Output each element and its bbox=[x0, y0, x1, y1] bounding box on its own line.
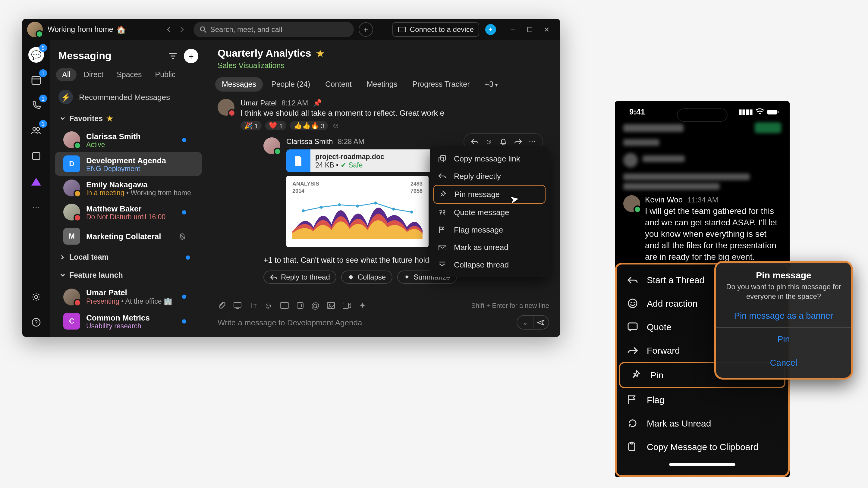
rail-calendar[interactable]: 1 bbox=[28, 72, 44, 89]
reply-thread-chip[interactable]: Reply to thread bbox=[264, 270, 337, 284]
tab-public[interactable]: Public bbox=[149, 68, 182, 82]
reply-icon bbox=[627, 275, 640, 284]
format-icon[interactable]: Tт bbox=[249, 301, 257, 310]
sidebar-item-development-agenda[interactable]: D Development AgendaENG Deployment bbox=[55, 152, 202, 176]
chevron-down-icon[interactable]: ⌄ bbox=[517, 316, 533, 329]
favorites-label: Favorites bbox=[69, 114, 103, 123]
channel-subtitle[interactable]: Sales Visualizations bbox=[218, 61, 549, 70]
author-avatar[interactable] bbox=[264, 137, 280, 154]
section-feature-launch[interactable]: Feature launch bbox=[50, 266, 207, 284]
svg-rect-24 bbox=[439, 245, 446, 250]
filter-icon[interactable] bbox=[166, 49, 180, 63]
tab-spaces[interactable]: Spaces bbox=[111, 68, 148, 82]
search-placeholder: Search, meet, and call bbox=[210, 25, 282, 34]
sidebar: Messaging + All Direct Spaces Public ⚡ R… bbox=[50, 40, 207, 337]
section-favorites[interactable]: Favorites ★ bbox=[50, 109, 207, 128]
svg-rect-17 bbox=[280, 302, 289, 308]
gif-icon[interactable] bbox=[280, 302, 289, 309]
tab-direct[interactable]: Direct bbox=[78, 68, 110, 82]
user-avatar[interactable] bbox=[27, 22, 43, 37]
sidebar-item-umar[interactable]: Umar PatelPresenting • At the office 🏢 bbox=[55, 284, 202, 309]
svg-text:?: ? bbox=[35, 319, 38, 325]
author-avatar[interactable] bbox=[218, 99, 235, 116]
tab-more[interactable]: +3▾ bbox=[478, 77, 504, 92]
ctx-unread[interactable]: Mark as unread bbox=[433, 238, 546, 256]
ctx-copy-link[interactable]: Copy message link bbox=[433, 150, 546, 167]
tab-progress[interactable]: Progress Tracker bbox=[406, 77, 476, 92]
svg-rect-1 bbox=[398, 27, 406, 32]
rail-settings[interactable] bbox=[28, 289, 44, 305]
unread-dot bbox=[182, 138, 186, 142]
image-icon[interactable] bbox=[327, 302, 336, 309]
rail-teams[interactable]: 1 bbox=[28, 122, 44, 139]
reaction[interactable]: 🎉1 bbox=[241, 121, 261, 130]
nav-back[interactable] bbox=[162, 23, 176, 36]
ctx-reply[interactable]: Reply directly bbox=[433, 167, 546, 185]
emoji-icon[interactable]: ☺ bbox=[264, 301, 273, 310]
tab-people[interactable]: People (24) bbox=[265, 77, 317, 92]
sidebar-item-marketing[interactable]: M Marketing Collateral bbox=[55, 224, 202, 248]
window-minimize[interactable]: ─ bbox=[504, 21, 521, 38]
rail-apps[interactable] bbox=[28, 173, 44, 190]
blurred-background bbox=[615, 116, 789, 190]
new-message-button[interactable]: + bbox=[184, 49, 198, 63]
user-status[interactable]: Working from home bbox=[48, 25, 113, 34]
mobile-avatar[interactable] bbox=[623, 195, 640, 212]
ctx-collapse[interactable]: Collapse thread bbox=[433, 256, 546, 273]
section-local-team[interactable]: Local team bbox=[50, 248, 207, 266]
tab-meetings[interactable]: Meetings bbox=[360, 77, 404, 92]
connect-device[interactable]: Connect to a device bbox=[393, 22, 479, 37]
collapse-chip[interactable]: Collapse bbox=[341, 270, 393, 284]
poll-icon[interactable] bbox=[297, 302, 304, 309]
svg-rect-18 bbox=[297, 302, 303, 308]
compose-input[interactable]: Write a message to Development Agenda bbox=[218, 318, 510, 327]
sheet-unread[interactable]: Mark as Unread bbox=[617, 412, 788, 435]
screen-icon[interactable] bbox=[233, 302, 242, 309]
rail-help[interactable]: ? bbox=[28, 314, 44, 331]
star-icon[interactable]: ★ bbox=[316, 48, 324, 59]
search-input[interactable]: Search, meet, and call bbox=[193, 22, 354, 37]
mention-icon[interactable]: @ bbox=[311, 301, 319, 310]
popup-cancel[interactable]: Cancel bbox=[722, 351, 845, 374]
rail-calls[interactable]: 1 bbox=[28, 97, 44, 114]
assist-dot[interactable]: ✦ bbox=[485, 24, 496, 35]
ctx-quote[interactable]: Quote message bbox=[433, 204, 546, 221]
mobile-window: 9:41 ▮▮▮▮ Kevin Woo11:34 AM I will get t… bbox=[615, 101, 789, 477]
window-close[interactable]: ✕ bbox=[538, 21, 555, 38]
image-preview[interactable]: ANALYSIS 2014 2493 7658 bbox=[286, 176, 429, 247]
call-badge: 1 bbox=[39, 95, 47, 102]
enter-hint: Shift + Enter for a new line bbox=[471, 302, 549, 309]
home-indicator[interactable] bbox=[669, 463, 735, 466]
sidebar-item-emily[interactable]: Emily NakagawaIn a meeting • Working fro… bbox=[55, 176, 202, 200]
ai-icon[interactable]: ✦ bbox=[359, 301, 366, 310]
window-maximize[interactable]: ☐ bbox=[521, 21, 538, 38]
tab-content[interactable]: Content bbox=[318, 77, 358, 92]
send-button[interactable]: ⌄ bbox=[517, 315, 549, 330]
popup-title: Pin message bbox=[722, 270, 845, 280]
sidebar-item-common-metrics[interactable]: C Common MetricsUsability research bbox=[55, 309, 202, 333]
sheet-copy[interactable]: Copy Message to Clipboard bbox=[617, 435, 788, 458]
add-reaction[interactable]: ☺ bbox=[332, 121, 340, 130]
new-button[interactable]: + bbox=[359, 22, 373, 37]
popup-pin-banner[interactable]: Pin message as a banner bbox=[722, 304, 845, 327]
sidebar-item-clarissa[interactable]: Clarissa SmithActive bbox=[55, 128, 202, 152]
attach-icon[interactable] bbox=[218, 301, 226, 310]
ctx-flag[interactable]: Flag message bbox=[433, 221, 546, 238]
rail-messaging[interactable]: 💬 5 bbox=[28, 46, 44, 63]
sidebar-item-matthew[interactable]: Matthew BakerDo Not Disturb until 16:00 bbox=[55, 200, 202, 224]
tab-messages[interactable]: Messages bbox=[215, 77, 263, 92]
reaction[interactable]: ❤️1 bbox=[265, 121, 286, 130]
rail-files[interactable] bbox=[28, 148, 44, 164]
sidebar-item-darren[interactable]: Darren OwensIn a call • Working from hom… bbox=[55, 333, 202, 337]
tab-all[interactable]: All bbox=[56, 68, 76, 82]
recommended-row[interactable]: ⚡ Recommended Messages bbox=[50, 85, 207, 109]
send-icon[interactable] bbox=[533, 316, 549, 329]
video-icon[interactable] bbox=[343, 302, 352, 309]
ctx-pin[interactable]: Pin message bbox=[433, 185, 546, 204]
reaction[interactable]: 👍👍🔥3 bbox=[290, 121, 328, 130]
popup-pin[interactable]: Pin bbox=[722, 328, 845, 351]
sheet-flag[interactable]: Flag bbox=[617, 388, 788, 412]
nav-forward[interactable] bbox=[176, 23, 189, 36]
mobile-message[interactable]: Kevin Woo11:34 AM I will get the team ga… bbox=[615, 193, 789, 268]
rail-more[interactable]: ⋯ bbox=[28, 198, 44, 215]
